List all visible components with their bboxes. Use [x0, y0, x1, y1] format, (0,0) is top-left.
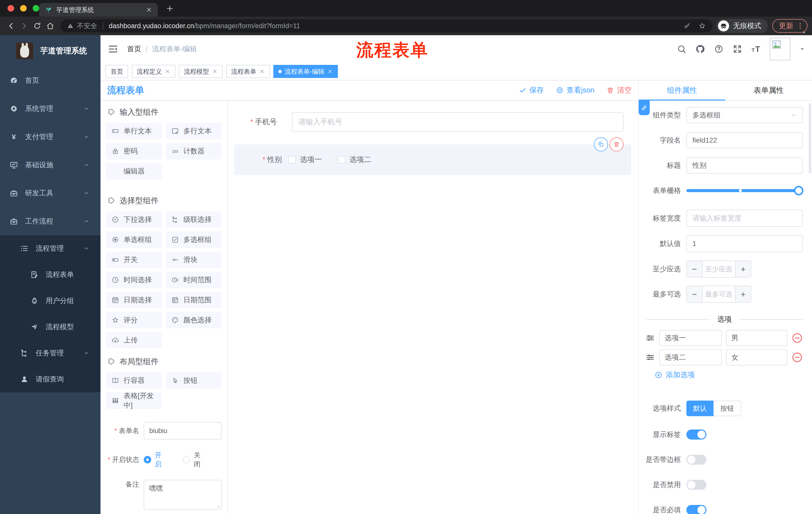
font-size-icon[interactable]: TT — [751, 44, 761, 54]
password-key-icon[interactable] — [684, 22, 691, 30]
component-chip[interactable]: 编辑器 — [106, 163, 162, 180]
sidebar-item-8[interactable]: 用户分组 — [0, 288, 100, 314]
sidebar-item-5[interactable]: 工作流程 — [0, 207, 100, 235]
drag-handle-icon[interactable] — [645, 352, 655, 362]
toggle-switch[interactable] — [686, 505, 706, 514]
resize-handle-icon[interactable] — [214, 503, 220, 509]
option-label-input[interactable]: 选项二 — [659, 349, 722, 366]
min-select-input[interactable]: 至少应选 — [702, 261, 735, 277]
tag-chip-2[interactable]: 流程模型 — [179, 65, 223, 78]
bookmark-star-icon[interactable] — [698, 22, 706, 30]
scrollbar-thumb[interactable] — [809, 103, 811, 173]
slider-track[interactable] — [686, 189, 799, 192]
sidebar-item-10[interactable]: 任务管理 — [0, 340, 100, 366]
fullscreen-icon[interactable] — [733, 44, 742, 54]
form-name-input[interactable]: biubiu — [144, 422, 222, 439]
sidebar-item-11[interactable]: 请假查询 — [0, 366, 100, 392]
help-icon[interactable] — [714, 44, 724, 54]
sidebar-item-3[interactable]: 基础设施 — [0, 151, 100, 179]
component-chip[interactable]: 时间选择 — [106, 272, 162, 288]
gender-checkbox-选项一[interactable]: 选项一 — [288, 155, 322, 165]
sidebar-item-2[interactable]: ¥支付管理 — [0, 123, 100, 151]
tag-chip-1[interactable]: 流程定义 — [132, 65, 175, 78]
sidebar-item-1[interactable]: 系统管理 — [0, 94, 100, 123]
breadcrumb-home[interactable]: 首页 — [127, 44, 141, 54]
phone-input[interactable]: 请输入手机号 — [292, 112, 624, 132]
max-select-input[interactable]: 最多可选 — [702, 286, 735, 302]
label-width-input[interactable]: 请输入标签宽度 — [686, 210, 803, 227]
default-value-input[interactable]: 1 — [686, 235, 803, 252]
slider-handle[interactable] — [794, 186, 804, 195]
checkbox-icon[interactable] — [338, 156, 345, 163]
tag-chip-0[interactable]: 首页 — [106, 65, 128, 78]
component-chip[interactable]: 多行文本 — [166, 123, 222, 139]
option-value-input[interactable]: 女 — [726, 349, 787, 366]
component-chip[interactable]: 上传 — [106, 332, 162, 349]
title-input[interactable]: 性别 — [686, 157, 803, 173]
style-default-button[interactable]: 默认 — [686, 401, 714, 416]
component-chip[interactable]: 单行文本 — [106, 123, 162, 139]
component-chip[interactable]: 下拉选择 — [106, 211, 162, 228]
remark-textarea[interactable]: 嘿嘿 — [144, 480, 222, 510]
close-window-button[interactable] — [7, 5, 14, 11]
toggle-switch[interactable] — [686, 455, 706, 465]
tag-close-icon[interactable] — [259, 69, 265, 74]
copy-widget-button[interactable] — [594, 137, 608, 152]
avatar[interactable] — [770, 38, 790, 60]
tag-close-icon[interactable] — [212, 69, 218, 74]
component-chip[interactable]: 颜色选择 — [166, 312, 222, 328]
home-button[interactable] — [44, 19, 57, 32]
selected-widget-gender[interactable]: 性别 选项一选项二 — [234, 144, 631, 175]
browser-menu-icon[interactable] — [796, 22, 804, 30]
back-button[interactable] — [4, 19, 18, 32]
stepper-plus-button[interactable]: + — [735, 286, 751, 302]
component-chip[interactable]: 级联选择 — [166, 211, 222, 228]
tab-close-icon[interactable] — [146, 6, 152, 13]
tab-form-props[interactable]: 表单属性 — [725, 80, 812, 100]
stepper-minus-button[interactable]: − — [687, 261, 702, 277]
toolbar-caret-icon[interactable] — [801, 30, 807, 36]
component-chip[interactable]: 密码 — [106, 143, 162, 159]
new-tab-button[interactable] — [165, 4, 174, 13]
avatar-caret-icon[interactable] — [800, 46, 805, 52]
stepper-minus-button[interactable]: − — [687, 286, 702, 302]
tag-chip-3[interactable]: 流程表单 — [226, 65, 270, 78]
component-chip[interactable]: 时间范围 — [166, 272, 222, 288]
remove-option-button[interactable] — [791, 332, 803, 344]
drag-handle-icon[interactable] — [645, 333, 655, 343]
sidebar-logo[interactable]: 芋道管理系统 — [0, 35, 100, 66]
save-button[interactable]: 保存 — [519, 85, 544, 95]
security-warning-icon[interactable] — [67, 22, 74, 29]
status-radio-closed[interactable]: 关闭 — [183, 451, 205, 469]
component-chip[interactable]: 行容器 — [106, 372, 162, 389]
github-icon[interactable] — [695, 44, 705, 54]
link-handle[interactable] — [639, 101, 650, 115]
sidebar-item-7[interactable]: 流程表单 — [0, 262, 100, 288]
sidebar-item-6[interactable]: 流程管理 — [0, 235, 100, 262]
field-name-input[interactable]: field122 — [686, 132, 803, 148]
gender-checkbox-选项二[interactable]: 选项二 — [338, 155, 371, 165]
security-label[interactable]: 不安全 — [77, 21, 97, 30]
component-chip[interactable]: 单选框组 — [106, 231, 162, 248]
checkbox-icon[interactable] — [288, 156, 296, 163]
option-label-input[interactable]: 选项一 — [659, 330, 722, 346]
tag-close-icon[interactable] — [165, 69, 170, 74]
view-json-button[interactable]: 查看json — [556, 85, 594, 95]
component-chip[interactable]: 多选框组 — [166, 231, 222, 248]
grid-slider[interactable] — [686, 183, 803, 199]
forward-button[interactable] — [18, 19, 31, 32]
component-chip[interactable]: 滑块 — [166, 251, 222, 268]
address-bar[interactable]: 不安全 dashboard.yudao.iocoder.cn /bpm/mana… — [60, 19, 713, 32]
option-value-input[interactable]: 男 — [726, 330, 787, 346]
component-chip[interactable]: 123计数器 — [166, 143, 222, 159]
tag-close-icon[interactable] — [327, 69, 333, 74]
sidebar-item-4[interactable]: 研发工具 — [0, 179, 100, 207]
hamburger-icon[interactable] — [108, 44, 118, 54]
stepper-plus-button[interactable]: + — [735, 261, 751, 277]
toggle-switch[interactable] — [686, 430, 706, 439]
browser-tab[interactable]: 芋道管理系统 — [39, 3, 158, 17]
tab-component-props[interactable]: 组件属性 — [639, 80, 725, 100]
minimize-window-button[interactable] — [20, 5, 27, 11]
remove-option-button[interactable] — [791, 352, 803, 363]
sidebar-item-9[interactable]: 流程模型 — [0, 314, 100, 340]
